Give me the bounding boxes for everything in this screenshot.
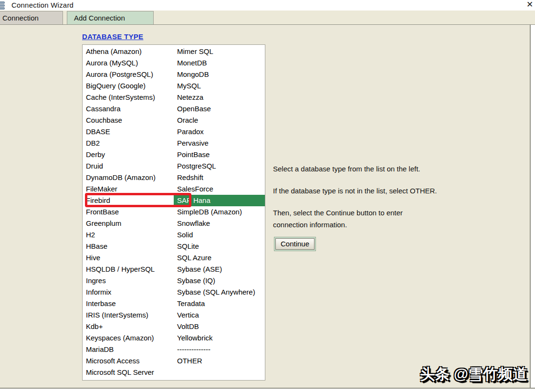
db-type-item[interactable]: Druid bbox=[83, 160, 174, 172]
db-type-item[interactable]: Sybase (ASE) bbox=[174, 264, 265, 275]
db-type-item[interactable]: Paradox bbox=[174, 126, 265, 138]
instruction-line: If the database type is not in the list,… bbox=[273, 185, 464, 197]
db-type-item[interactable]: SimpleDB (Amazon) bbox=[174, 206, 265, 218]
watermark-text: 头条 @雪竹频道 bbox=[420, 364, 527, 384]
db-type-item[interactable]: HSQLDB / HyperSQL bbox=[83, 264, 174, 275]
tab-connection-profiles[interactable]: Connection Profiles bbox=[0, 11, 63, 24]
db-type-item[interactable]: Derby bbox=[83, 149, 174, 160]
db-type-item[interactable]: H2 bbox=[83, 229, 174, 241]
continue-button[interactable]: Continue bbox=[275, 238, 315, 250]
db-type-item[interactable]: SQL Azure bbox=[174, 252, 265, 264]
db-type-item[interactable]: Greenplum bbox=[83, 218, 174, 229]
db-type-item[interactable]: MongoDB bbox=[174, 69, 265, 80]
db-type-item[interactable]: MySQL bbox=[174, 80, 265, 92]
continue-button-frame: Continue bbox=[274, 237, 316, 251]
database-icon bbox=[0, 1, 5, 9]
db-type-item[interactable]: Netezza bbox=[174, 92, 265, 103]
db-type-item[interactable]: Yellowbrick bbox=[174, 332, 265, 344]
tab-add-connection-profile[interactable]: Add Connection Profile bbox=[67, 11, 154, 24]
db-type-item[interactable]: HBase bbox=[83, 241, 174, 252]
db-type-item[interactable]: Oracle bbox=[174, 115, 265, 126]
db-type-item[interactable]: Teradata bbox=[174, 298, 265, 309]
content-panel: DATABASE TYPE Athena (Amazon)Aurora (MyS… bbox=[0, 25, 531, 388]
db-type-item[interactable]: Hive bbox=[83, 252, 174, 264]
db-type-item[interactable]: DB2 bbox=[83, 138, 174, 149]
db-type-item[interactable]: Aurora (PostgreSQL) bbox=[83, 69, 174, 80]
db-type-item[interactable]: Pervasive bbox=[174, 138, 265, 149]
db-type-item[interactable]: Mimer SQL bbox=[174, 46, 265, 57]
db-type-item[interactable]: Cache (InterSystems) bbox=[83, 92, 174, 103]
db-type-item[interactable]: IRIS (InterSystems) bbox=[83, 309, 174, 321]
db-type-item[interactable]: Microsoft Access bbox=[83, 355, 174, 367]
db-type-item[interactable]: Solid bbox=[174, 229, 265, 241]
db-type-item[interactable]: VoltDB bbox=[174, 321, 265, 332]
db-type-item[interactable]: PostgreSQL bbox=[174, 160, 265, 172]
db-type-item[interactable]: Sybase (IQ) bbox=[174, 275, 265, 286]
db-type-item[interactable]: SalesForce bbox=[174, 183, 265, 195]
db-type-item[interactable]: Informix bbox=[83, 286, 174, 298]
db-type-item[interactable]: Couchbase bbox=[83, 115, 174, 126]
db-type-item[interactable]: Ingres bbox=[83, 275, 174, 286]
db-type-item[interactable]: Aurora (MySQL) bbox=[83, 57, 174, 69]
db-type-item[interactable]: Snowflake bbox=[174, 218, 265, 229]
instruction-line: Select a database type from the list on … bbox=[273, 163, 464, 175]
db-type-item[interactable]: PointBase bbox=[174, 149, 265, 160]
tab-strip: Connection Profiles Add Connection Profi… bbox=[0, 11, 535, 25]
db-type-item[interactable]: Kdb+ bbox=[83, 321, 174, 332]
db-type-item[interactable]: Interbase bbox=[83, 298, 174, 309]
db-type-item[interactable]: DynamoDB (Amazon) bbox=[83, 172, 174, 183]
window-bottom-border bbox=[0, 388, 535, 389]
db-type-item[interactable]: Keyspaces (Amazon) bbox=[83, 332, 174, 344]
db-type-item[interactable]: Redshift bbox=[174, 172, 265, 183]
db-type-item[interactable]: -------------- bbox=[174, 344, 265, 355]
db-type-item[interactable]: Cassandra bbox=[83, 103, 174, 115]
db-type-item[interactable]: FrontBase bbox=[83, 206, 174, 218]
db-type-item[interactable]: Microsoft SQL Server bbox=[83, 367, 174, 378]
db-type-item[interactable]: Sybase (SQL Anywhere) bbox=[174, 286, 265, 298]
db-type-item[interactable]: MariaDB bbox=[83, 344, 174, 355]
window-titlebar: Connection Wizard ✕ bbox=[0, 0, 535, 11]
instruction-line: Then, select the Continue button to ente… bbox=[273, 207, 430, 231]
connection-wizard-window: Connection Wizard ✕ Connection Profiles … bbox=[0, 0, 535, 392]
db-type-item[interactable]: BigQuery (Google) bbox=[83, 80, 174, 92]
window-title: Connection Wizard bbox=[11, 1, 73, 9]
db-type-item[interactable]: OpenBase bbox=[174, 103, 265, 115]
db-type-item[interactable]: SAP Hana bbox=[174, 195, 265, 206]
db-type-item[interactable]: DBASE bbox=[83, 126, 174, 138]
db-type-item[interactable]: FileMaker bbox=[83, 183, 174, 195]
db-type-item[interactable]: Athena (Amazon) bbox=[83, 46, 174, 57]
db-type-item[interactable]: MonetDB bbox=[174, 57, 265, 69]
db-type-item[interactable]: Firebird bbox=[83, 195, 174, 206]
database-type-header: DATABASE TYPE bbox=[82, 32, 143, 41]
db-type-item[interactable]: OTHER bbox=[174, 355, 265, 367]
db-type-item[interactable]: SQLite bbox=[174, 241, 265, 252]
instructions-text: Select a database type from the list on … bbox=[273, 163, 464, 241]
database-type-list[interactable]: Athena (Amazon)Aurora (MySQL)Aurora (Pos… bbox=[82, 44, 265, 381]
db-type-item[interactable]: Vertica bbox=[174, 309, 265, 321]
close-icon[interactable]: ✕ bbox=[525, 0, 535, 10]
